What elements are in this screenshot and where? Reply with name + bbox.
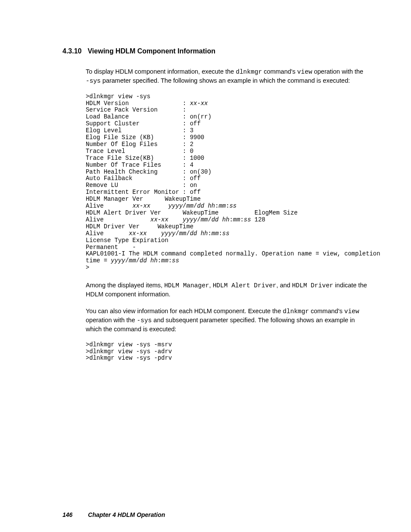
paragraph-3: You can also view information for each H… — [86, 307, 368, 334]
inline-code: view — [344, 308, 359, 315]
code-line — [147, 257, 150, 264]
code-line: Intermittent Error Monitor : off — [86, 189, 201, 196]
inline-code: HDLM Manager — [164, 282, 209, 289]
text: Among the displayed items, — [86, 282, 164, 289]
code-line: : — [240, 216, 243, 223]
code-italic: yyyy — [183, 216, 197, 223]
code-line: HDLM Version : — [86, 100, 190, 107]
text: command's — [309, 308, 344, 314]
code-line: Remove LU : on — [86, 182, 197, 189]
paragraph-2: Among the displayed items, HDLM Manager,… — [86, 281, 368, 299]
code-italic: xx-xx — [129, 230, 147, 237]
code-block-1: >dlnkmgr view -sys HDLM Version : xx-xx … — [86, 93, 368, 272]
code-italic: xx-xx — [150, 216, 168, 223]
code-line: / — [136, 257, 140, 264]
code-line: Number Of Trace Files : 4 — [86, 162, 193, 168]
inline-code: HDLM Driver — [292, 282, 333, 289]
text: parameter specified. The following shows… — [101, 77, 350, 84]
code-line: HDLM Driver Ver WakeupTime — [86, 223, 193, 230]
code-line: Number Of Elog Files : 2 — [86, 141, 193, 148]
inline-code: dlnkmgr — [236, 68, 262, 75]
code-line: Load Balance : on(rr) — [86, 113, 212, 120]
inline-code: dlnkmgr — [283, 308, 309, 315]
code-line: Service Pack Version : — [86, 106, 186, 113]
code-line: >dlnkmgr view -sys — [86, 93, 150, 100]
code-line — [168, 216, 183, 223]
paragraph-1: To display HDLM component information, e… — [86, 67, 368, 86]
inline-code: HDLM Alert Driver — [213, 282, 277, 289]
code-italic: xx-xx — [132, 202, 150, 209]
code-italic: yyyy — [168, 202, 183, 209]
code-line: License Type Expiration — [86, 237, 168, 244]
code-line: Path Health Checking : on(30) — [86, 168, 212, 175]
code-line — [218, 216, 222, 223]
text: To display HDLM component information, e… — [86, 68, 236, 75]
code-line: / — [125, 257, 129, 264]
code-italic: dd — [140, 257, 147, 264]
code-line: Trace File Size(KB) : 1000 — [86, 155, 204, 162]
code-italic: xx-xx — [190, 100, 208, 107]
code-italic: mm — [129, 257, 136, 264]
text: operation with the — [312, 68, 364, 75]
code-line: Alive — [86, 216, 150, 223]
page-footer: 146Chapter 4 HDLM Operation — [62, 511, 165, 518]
section-heading: 4.3.10Viewing HDLM Component Information — [62, 47, 368, 55]
code-italic: yyyy — [161, 230, 175, 237]
code-line: / — [175, 230, 179, 237]
section-title: Viewing HDLM Component Information — [87, 47, 215, 55]
code-line: KAPL01001-I The HDLM command completed n… — [86, 250, 384, 257]
code-line: >dlnkmgr view -sys -adrv — [86, 348, 172, 355]
code-line — [147, 230, 161, 237]
code-italic: dd — [190, 230, 197, 237]
code-italic: mm — [179, 230, 187, 237]
code-line — [197, 230, 200, 237]
page-number: 146 — [62, 511, 72, 518]
code-line: Elog Level : 3 — [86, 127, 193, 134]
code-italic: mm — [233, 216, 240, 223]
chapter-label: Chapter 4 HDLM Operation — [88, 511, 165, 518]
section-number: 4.3.10 — [62, 47, 81, 55]
code-block-2: >dlnkmgr view -sys -msrv >dlnkmgr view -… — [86, 342, 368, 362]
code-italic: mm — [212, 230, 219, 237]
code-line — [150, 202, 168, 209]
code-italic: hh — [201, 230, 208, 237]
text: command's — [262, 68, 297, 75]
code-line: Alive — [86, 230, 129, 237]
inline-code: -sys — [137, 317, 152, 324]
code-line: HDLM Alert Driver Ver WakeupTime ElogMem… — [86, 209, 298, 216]
code-italic: ss — [244, 216, 251, 223]
code-line: > — [86, 264, 89, 271]
code-line: >dlnkmgr view -sys -msrv — [86, 341, 172, 348]
code-line: / — [186, 230, 190, 237]
inline-code: view — [297, 68, 312, 75]
code-italic: ss — [222, 230, 230, 237]
code-italic: hh — [208, 202, 215, 209]
code-line: : — [226, 202, 229, 209]
code-line: : — [168, 257, 172, 264]
code-italic: mm — [218, 202, 226, 209]
code-line: : — [218, 230, 222, 237]
code-line: Trace Level : 0 — [86, 148, 193, 155]
text: operation with the — [86, 317, 137, 324]
code-line: Support Cluster : off — [86, 120, 201, 127]
code-line: : — [158, 257, 161, 264]
code-italic: mm — [186, 202, 193, 209]
code-italic: hh — [150, 257, 158, 264]
code-line: : — [229, 216, 233, 223]
code-italic: mm — [201, 216, 208, 223]
text: , and — [277, 282, 292, 289]
code-line: 128 — [251, 216, 265, 223]
code-italic: mm — [161, 257, 168, 264]
code-italic: dd — [212, 216, 219, 223]
code-italic: hh — [222, 216, 230, 223]
code-line: / — [197, 216, 200, 223]
code-italic: ss — [172, 257, 179, 264]
code-line: / — [208, 216, 211, 223]
code-line: Auto Failback : off — [86, 175, 201, 182]
inline-code: -sys — [86, 78, 101, 84]
text: You can also view information for each H… — [86, 308, 283, 314]
code-line: >dlnkmgr view -sys -pdrv — [86, 355, 172, 361]
code-line: Alive — [86, 202, 132, 209]
code-line: HDLM Manager Ver WakeupTime — [86, 196, 201, 202]
code-line: : — [208, 230, 211, 237]
